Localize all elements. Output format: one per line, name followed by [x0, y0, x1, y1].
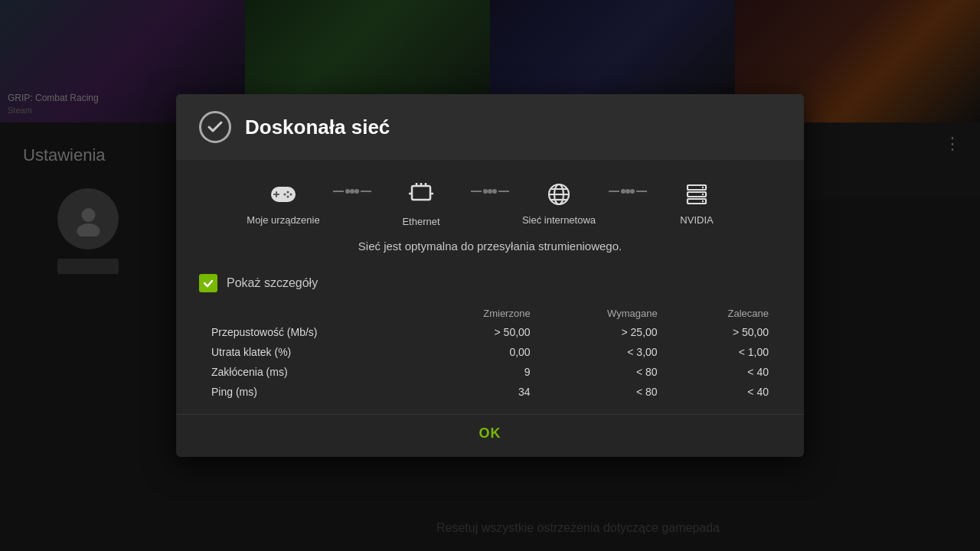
net-item-ethernet: Ethernet	[375, 178, 467, 227]
ok-area: OK	[176, 414, 804, 457]
svg-point-22	[488, 189, 492, 194]
svg-point-38	[702, 186, 704, 187]
server-icon	[681, 181, 712, 208]
table-cell-measured: 34	[421, 382, 543, 402]
table-cell-required: < 80	[543, 382, 670, 402]
show-details-checkbox[interactable]	[199, 274, 217, 292]
svg-point-10	[345, 189, 350, 194]
svg-point-32	[626, 189, 630, 194]
overlay: Doskonała sieć Moje urządzenie	[0, 0, 980, 551]
svg-point-23	[492, 189, 497, 194]
table-row: Utrata klatek (%)0,00< 3,00< 1,00	[199, 342, 781, 362]
svg-point-8	[284, 193, 286, 195]
col-metric	[199, 305, 421, 322]
svg-point-12	[354, 189, 359, 194]
table-cell-measured: 9	[421, 362, 543, 382]
net-item-device: Moje urządzenie	[237, 181, 329, 226]
net-label-nvidia: NVIDIA	[680, 214, 713, 226]
show-details-row[interactable]: Pokaż szczegóły	[176, 266, 804, 305]
connector-1	[329, 182, 375, 202]
success-check-icon	[199, 111, 231, 143]
dialog-header: Doskonała sieć	[176, 94, 804, 160]
net-item-internet: Sieć internetowa	[513, 181, 605, 226]
table-row: Ping (ms)34< 80< 40	[199, 382, 781, 402]
svg-rect-14	[412, 186, 430, 200]
ethernet-icon	[406, 178, 436, 210]
svg-point-31	[621, 189, 626, 194]
svg-point-5	[287, 191, 289, 193]
table-cell-required: > 25,00	[543, 322, 670, 342]
network-details-table: Zmierzone Wymagane Zalecane Przepustowoś…	[176, 305, 804, 409]
gamepad-icon	[268, 181, 299, 208]
svg-point-6	[290, 193, 292, 195]
net-item-nvidia: NVIDIA	[651, 181, 743, 226]
table-cell-measured: > 50,00	[421, 322, 543, 342]
col-recommended: Zalecane	[670, 305, 781, 322]
network-dialog: Doskonała sieć Moje urządzenie	[176, 94, 804, 457]
svg-point-39	[702, 193, 704, 194]
ok-button[interactable]: OK	[479, 425, 501, 442]
table-cell-measured: 0,00	[421, 342, 543, 362]
col-required: Wymagane	[543, 305, 670, 322]
table-cell-required: < 3,00	[543, 342, 670, 362]
globe-icon	[544, 181, 574, 208]
table-row: Zakłócenia (ms)9< 80< 40	[199, 362, 781, 382]
net-label-internet: Sieć internetowa	[522, 214, 596, 226]
svg-point-11	[350, 189, 354, 194]
net-label-device: Moje urządzenie	[247, 214, 319, 226]
table-cell-metric: Utrata klatek (%)	[199, 342, 421, 362]
svg-rect-4	[273, 194, 279, 195]
status-message: Sieć jest optymalna do przesyłania strum…	[176, 235, 804, 266]
dialog-title: Doskonała sieć	[245, 116, 390, 139]
table-cell-recommended: < 1,00	[670, 342, 781, 362]
table-cell-metric: Przepustowość (Mb/s)	[199, 322, 421, 342]
net-label-ethernet: Ethernet	[402, 216, 439, 227]
col-measured: Zmierzone	[421, 305, 543, 322]
table-cell-required: < 80	[543, 362, 670, 382]
svg-point-40	[702, 200, 704, 201]
table-cell-metric: Ping (ms)	[199, 382, 421, 402]
table-cell-recommended: < 40	[670, 382, 781, 402]
svg-point-21	[483, 189, 488, 194]
show-details-label: Pokaż szczegóły	[227, 276, 318, 290]
table-cell-recommended: < 40	[670, 362, 781, 382]
network-icons-row: Moje urządzenie	[176, 160, 804, 235]
table-row: Przepustowość (Mb/s)> 50,00> 25,00> 50,0…	[199, 322, 781, 342]
connector-3	[605, 182, 651, 202]
connector-2	[467, 182, 513, 202]
table-cell-recommended: > 50,00	[670, 322, 781, 342]
svg-point-7	[287, 195, 289, 197]
svg-point-33	[630, 189, 635, 194]
table-cell-metric: Zakłócenia (ms)	[199, 362, 421, 382]
